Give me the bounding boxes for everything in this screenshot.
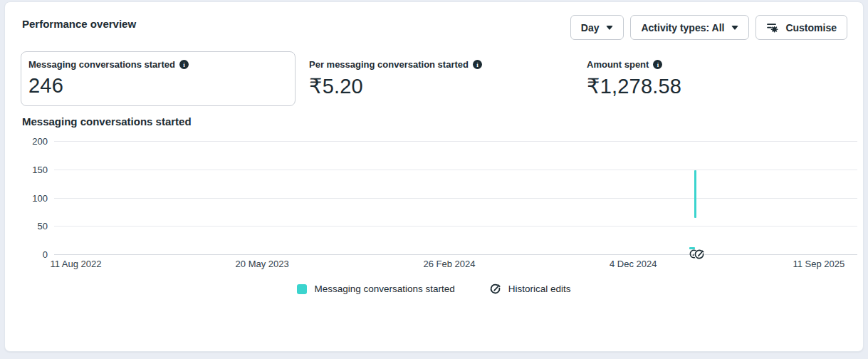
metric-card-per-messaging-conversation-started[interactable]: Per messaging conversation started ₹5.20 <box>303 51 573 106</box>
legend-item-series: Messaging conversations started <box>297 283 454 294</box>
chevron-down-icon <box>731 26 738 30</box>
performance-overview-panel: Performance overview Day Activity types:… <box>4 1 864 352</box>
metric-card-messaging-conversations-started[interactable]: Messaging conversations started 246 <box>21 51 296 106</box>
historical-edits-icon <box>489 283 501 295</box>
customise-label: Customise <box>785 22 837 33</box>
y-tick-label: 0 <box>43 249 48 260</box>
customise-settings-icon <box>766 21 778 33</box>
panel-header: Performance overview Day Activity types:… <box>5 2 863 40</box>
series-spike[interactable] <box>694 170 696 218</box>
metric-value: ₹1,278.58 <box>587 74 681 98</box>
x-axis: 11 Aug 2022 20 May 2023 26 Feb 2024 4 De… <box>54 255 857 271</box>
x-tick-label: 11 Aug 2022 <box>50 259 101 269</box>
info-icon[interactable] <box>179 60 189 69</box>
metric-label: Messaging conversations started <box>28 59 175 70</box>
metric-value: 246 <box>28 74 289 98</box>
x-tick-label: 26 Feb 2024 <box>423 259 475 269</box>
y-tick-label: 100 <box>32 192 48 203</box>
gridline-150 <box>54 170 857 170</box>
legend-swatch <box>297 284 307 294</box>
y-tick-label: 50 <box>38 221 48 231</box>
metric-label: Amount spent <box>587 59 649 70</box>
time-breakdown-label: Day <box>581 22 600 33</box>
customise-button[interactable]: Customise <box>755 15 847 40</box>
legend-edits-label: Historical edits <box>508 283 571 294</box>
activity-types-dropdown[interactable]: Activity types: All <box>630 15 749 40</box>
page-title: Performance overview <box>22 18 136 30</box>
x-tick-label: 11 Sep 2025 <box>793 259 845 269</box>
time-breakdown-dropdown[interactable]: Day <box>570 15 624 40</box>
x-tick-label: 4 Dec 2024 <box>610 259 657 269</box>
plot-area: 200 150 100 50 0 <box>54 141 857 255</box>
y-tick-label: 200 <box>32 136 48 147</box>
gridline-50 <box>54 226 857 227</box>
toolbar: Day Activity types: All <box>570 15 847 40</box>
metric-value: ₹5.20 <box>309 74 567 98</box>
legend-series-label: Messaging conversations started <box>314 283 454 294</box>
x-tick-label: 20 May 2023 <box>236 259 289 269</box>
metric-card-amount-spent[interactable]: Amount spent ₹1,278.58 <box>580 51 688 106</box>
gridline-100 <box>54 198 857 199</box>
activity-types-label: Activity types: All <box>641 22 724 33</box>
y-tick-label: 150 <box>32 164 48 175</box>
chart-legend: Messaging conversations started Historic… <box>5 283 863 295</box>
info-icon[interactable] <box>653 60 662 69</box>
chart-title: Messaging conversations started <box>22 115 846 128</box>
metric-label: Per messaging conversation started <box>309 59 469 70</box>
info-icon[interactable] <box>473 60 482 69</box>
chevron-down-icon <box>606 26 613 30</box>
gridline-200 <box>54 141 857 142</box>
legend-item-historical-edits: Historical edits <box>489 283 571 295</box>
metrics-row: Messaging conversations started 246 Per … <box>21 51 846 106</box>
